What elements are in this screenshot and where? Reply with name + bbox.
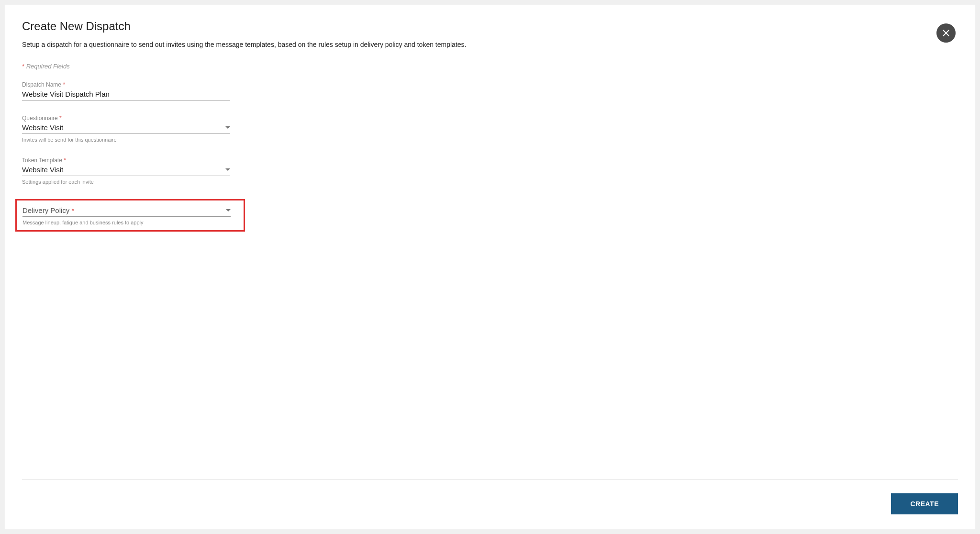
dispatch-name-input[interactable]: [22, 90, 230, 98]
required-asterisk-icon: *: [59, 115, 62, 122]
questionnaire-value: Website Visit: [22, 123, 222, 132]
create-dispatch-modal: Create New Dispatch Setup a dispatch for…: [5, 5, 975, 529]
chevron-down-icon: [226, 209, 231, 211]
required-fields-text: Required Fields: [24, 63, 70, 70]
dispatch-name-field: Dispatch Name *: [22, 81, 230, 100]
required-asterisk-icon: *: [64, 157, 66, 164]
questionnaire-field: Questionnaire * Website Visit Invites wi…: [22, 115, 230, 143]
create-button[interactable]: CREATE: [891, 493, 958, 514]
delivery-policy-select[interactable]: Delivery Policy *: [22, 205, 231, 217]
dispatch-name-label: Dispatch Name *: [22, 81, 230, 88]
delivery-policy-field: Delivery Policy * Message lineup, fatigu…: [22, 205, 231, 225]
dispatch-name-input-wrap: [22, 89, 230, 100]
delivery-policy-highlight: Delivery Policy * Message lineup, fatigu…: [15, 199, 245, 232]
delivery-policy-hint: Message lineup, fatigue and business rul…: [22, 220, 231, 225]
close-icon: [942, 29, 950, 37]
required-asterisk-icon: *: [72, 206, 75, 214]
modal-subtitle: Setup a dispatch for a questionnaire to …: [22, 41, 958, 48]
token-template-label: Token Template *: [22, 157, 230, 164]
token-template-field: Token Template * Website Visit Settings …: [22, 157, 230, 185]
required-fields-note: * Required Fields: [22, 63, 958, 70]
modal-footer: CREATE: [22, 479, 958, 514]
form-area: Dispatch Name * Questionnaire * Website …: [22, 81, 958, 479]
modal-title: Create New Dispatch: [22, 20, 958, 33]
delivery-policy-label: Delivery Policy *: [22, 206, 74, 214]
token-template-select[interactable]: Website Visit: [22, 165, 230, 176]
token-template-value: Website Visit: [22, 166, 222, 174]
required-asterisk-icon: *: [63, 81, 65, 88]
token-template-hint: Settings applied for each invite: [22, 179, 230, 185]
questionnaire-select[interactable]: Website Visit: [22, 122, 230, 134]
close-button[interactable]: [936, 23, 956, 43]
chevron-down-icon: [225, 126, 230, 129]
chevron-down-icon: [225, 168, 230, 171]
questionnaire-label: Questionnaire *: [22, 115, 230, 122]
questionnaire-hint: Invites will be send for this questionna…: [22, 137, 230, 143]
